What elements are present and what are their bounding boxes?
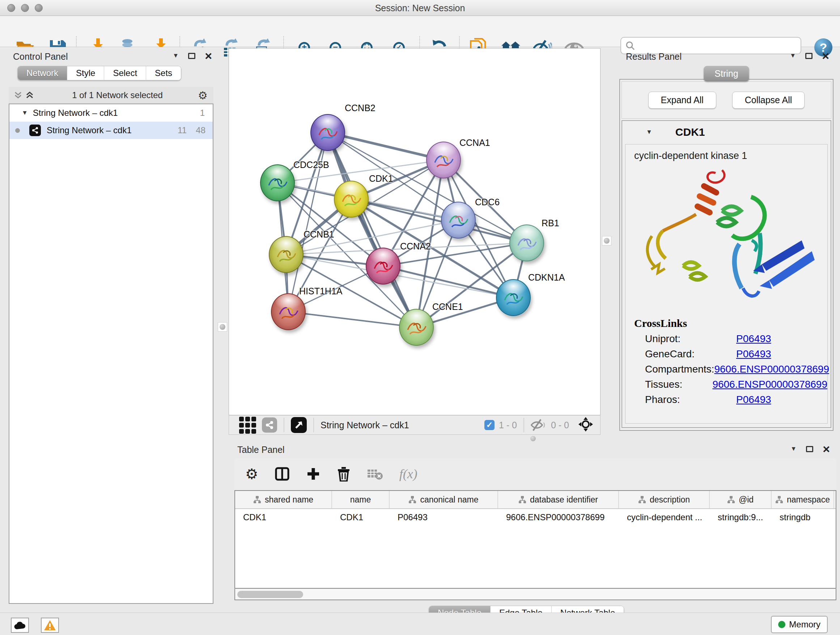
table-cell[interactable]: 9606.ENSP00000378699 [498,509,619,526]
gear-icon[interactable]: ⚙ [198,89,208,102]
node-cdc6[interactable] [441,202,476,239]
node-ccnb1[interactable] [269,236,303,273]
panel-menu-icon[interactable]: ▼ [790,52,796,59]
collection-count: 1 [200,108,205,118]
column-header-@id[interactable]: @id [710,491,772,508]
node-cdk1[interactable] [334,181,369,218]
warning-button[interactable] [41,618,59,633]
open-arrow-icon[interactable] [291,417,307,433]
title-bar: Session: New Session [0,0,840,16]
node-label-ccne1: CCNE1 [432,302,463,312]
grid-icon[interactable] [239,417,256,434]
horizontal-scrollbar[interactable] [234,589,836,600]
tab-style[interactable]: Style [67,66,104,80]
crosslink-link[interactable]: 9606.ENSP00000378699 [712,379,827,390]
edge-count: 48 [196,125,205,135]
network-canvas[interactable]: CCNB2CCNA1CDC25BCDK1CDC6RB1CCNB1CCNA2CDK… [229,48,600,415]
panel-menu-icon[interactable]: ▼ [172,52,179,59]
node-hist1h1a[interactable] [271,293,306,330]
table-toolbar: ⚙ f(x) [234,458,836,489]
table-row[interactable]: CDK1CDK1P064939606.ENSP00000378699cyclin… [235,509,836,526]
shared-column-icon [409,496,416,504]
node-rb1[interactable] [509,225,544,261]
crosslink-link[interactable]: 9606.ENSP00000378699 [714,363,829,375]
share-icon[interactable] [262,417,277,432]
tab-sets[interactable]: Sets [146,66,181,80]
node-ccne1[interactable] [399,309,434,346]
network-label: String Network – cdk1 [47,125,132,135]
column-header-canonical-name[interactable]: canonical name [390,491,498,508]
memory-button[interactable]: Memory [771,616,828,633]
column-header-shared-name[interactable]: shared name [235,491,332,508]
table-cell[interactable]: CDK1 [332,509,390,526]
network-row[interactable]: String Network – cdk1 11 48 [9,122,213,139]
shared-column-icon [638,496,646,504]
table-cell[interactable]: P06493 [390,509,498,526]
table-cell[interactable]: stringdb:9... [710,509,772,526]
hidden-eye-icon[interactable] [531,419,546,431]
left-splitter-handle[interactable] [218,322,227,332]
crosslink-row: Compartments:9606.ENSP00000378699 [645,363,827,375]
table-cell[interactable]: cyclin-dependent ... [619,509,710,526]
node-ccna1[interactable] [426,141,461,179]
float-panel-icon[interactable] [805,53,813,59]
crosslink-label: Tissues: [645,379,712,390]
node-label-ccna2: CCNA2 [400,241,431,252]
results-panel-title: Results Panel [626,49,682,65]
collection-expand-icon[interactable]: ▼ [22,109,28,117]
crosslink-row: GeneCard:P06493 [645,348,827,360]
node-label-cdc25b: CDC25B [294,160,329,170]
panel-menu-icon[interactable]: ▼ [790,445,797,453]
tab-select[interactable]: Select [104,66,146,80]
function-icon[interactable]: f(x) [399,466,417,481]
collapse-all-button[interactable]: Collapse All [732,92,805,109]
column-label: namespace [787,495,830,505]
shared-column-icon [775,496,783,504]
tab-string[interactable]: String [704,66,749,81]
float-panel-icon[interactable] [188,53,195,59]
scrollbar-thumb[interactable] [237,591,303,598]
crosslink-label: Pharos: [645,394,736,405]
column-header-namespace[interactable]: namespace [772,491,834,508]
checkbox-icon[interactable]: ✓ [485,420,494,430]
node-ccnb2[interactable] [310,114,345,151]
close-panel-icon[interactable]: × [823,445,830,453]
expand-all-button[interactable]: Expand All [648,92,716,109]
horizontal-splitter-handle[interactable] [531,436,536,441]
network-collection-row[interactable]: ▼ String Network – cdk1 1 [9,104,213,122]
gene-collapse-icon[interactable]: ▼ [646,128,652,136]
cloud-button[interactable] [11,618,29,633]
column-header-description[interactable]: description [619,491,710,508]
crosslink-row: Pharos:P06493 [645,394,827,405]
expand-all-icon[interactable] [25,91,34,100]
column-header-name[interactable]: name [332,491,390,508]
columns-icon[interactable] [275,467,289,481]
crosshair-icon[interactable] [578,417,593,433]
crosslinks-title: CrossLinks [634,317,827,329]
node-ccna2[interactable] [366,248,401,285]
column-header-database-identifier[interactable]: database identifier [498,491,619,508]
collapse-all-icon[interactable] [14,91,22,100]
add-icon[interactable] [306,467,321,481]
tab-network[interactable]: Network [18,66,67,80]
gear-icon[interactable]: ⚙ [245,466,258,482]
close-panel-icon[interactable]: × [822,52,829,59]
node-cdkn1a[interactable] [496,279,531,316]
node-label-ccnb2: CCNB2 [345,103,376,113]
float-panel-icon[interactable] [806,446,813,452]
string-results-box: Expand All Collapse All ▼ CDK1 cyclin-de… [619,79,834,431]
close-panel-icon[interactable]: × [205,52,212,59]
warning-icon [44,620,56,631]
delete-table-icon[interactable] [367,467,383,480]
table-cell[interactable]: CDK1 [235,509,332,526]
table-cell[interactable]: stringdb [772,509,834,526]
node-cdc25b[interactable] [260,165,295,201]
crosslink-link[interactable]: P06493 [736,348,771,360]
node-label-ccna1: CCNA1 [459,138,490,148]
node-label-cdk1: CDK1 [369,173,393,184]
column-label: shared name [265,495,313,505]
trash-icon[interactable] [337,466,350,481]
crosslink-link[interactable]: P06493 [736,394,771,405]
crosslink-link[interactable]: P06493 [736,333,771,345]
right-splitter-handle[interactable] [602,236,611,245]
